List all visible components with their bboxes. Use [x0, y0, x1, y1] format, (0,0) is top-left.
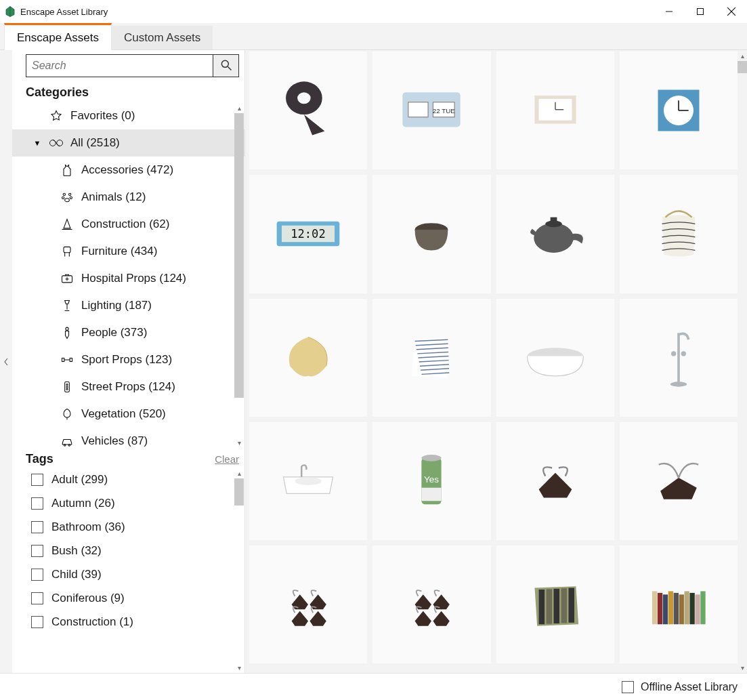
category-people[interactable]: People (373) — [12, 319, 244, 346]
category-label: Construction (62) — [81, 218, 169, 231]
scroll-up-icon[interactable]: ▴ — [234, 102, 244, 113]
asset-tile[interactable] — [372, 299, 490, 417]
disclosure-triangle-icon[interactable]: ▼ — [33, 139, 42, 147]
svg-rect-87 — [689, 593, 694, 624]
asset-tile[interactable] — [249, 422, 367, 540]
tag-checkbox[interactable] — [31, 521, 43, 533]
scroll-thumb[interactable] — [234, 113, 244, 398]
categories-scroll: Favorites (0) ▼ All (2518) Accessories (… — [12, 102, 244, 448]
tag-checkbox[interactable] — [31, 569, 43, 581]
asset-grid: 22 TUE12:02Yes — [249, 52, 738, 663]
infinity-icon — [49, 136, 64, 150]
category-sport-props[interactable]: Sport Props (123) — [12, 346, 244, 373]
category-accessories[interactable]: Accessories (472) — [12, 157, 244, 184]
svg-point-23 — [66, 327, 68, 330]
tag-bathroom[interactable]: Bathroom (36) — [12, 515, 244, 539]
category-label: Animals (12) — [81, 190, 146, 204]
category-furniture[interactable]: Furniture (434) — [12, 238, 244, 265]
asset-tile[interactable] — [496, 422, 614, 540]
asset-tile[interactable] — [620, 545, 738, 663]
asset-tile[interactable] — [372, 545, 490, 663]
hospital-icon — [60, 271, 74, 286]
clear-tags-link[interactable]: Clear — [215, 453, 239, 465]
grid-scrollbar[interactable]: ▴ ▾ — [738, 50, 747, 673]
asset-tile[interactable] — [249, 299, 367, 417]
scroll-thumb[interactable] — [234, 478, 244, 506]
tab-enscape-assets[interactable]: Enscape Assets — [4, 23, 112, 50]
category-label: Hospital Props (124) — [81, 272, 186, 285]
svg-point-72 — [422, 455, 442, 461]
svg-point-35 — [297, 92, 311, 104]
scroll-thumb[interactable] — [738, 61, 747, 73]
category-street-props[interactable]: Street Props (124) — [12, 373, 244, 400]
tag-checkbox[interactable] — [31, 616, 43, 628]
svg-rect-83 — [668, 592, 673, 625]
tag-checkbox[interactable] — [31, 497, 43, 510]
asset-tile[interactable] — [620, 175, 738, 293]
category-all[interactable]: ▼ All (2518) — [12, 129, 244, 157]
svg-rect-80 — [652, 592, 657, 625]
asset-tile[interactable] — [496, 299, 614, 417]
category-construction[interactable]: Construction (62) — [12, 211, 244, 238]
asset-tile[interactable] — [496, 545, 614, 663]
scroll-down-icon[interactable]: ▾ — [737, 662, 747, 673]
tag-child[interactable]: Child (39) — [12, 562, 244, 586]
category-vegetation[interactable]: Vegetation (520) — [12, 400, 244, 428]
tags-scrollbar[interactable]: ▴ ▾ — [234, 468, 244, 673]
tag-checkbox[interactable] — [31, 545, 43, 557]
categories-scrollbar[interactable]: ▴ ▾ — [234, 102, 244, 448]
asset-tile[interactable] — [620, 422, 738, 540]
category-label: All (2518) — [70, 136, 120, 150]
tag-coniferous[interactable]: Coniferous (9) — [12, 586, 244, 610]
asset-thumbnail — [514, 563, 597, 646]
minimize-button[interactable] — [654, 0, 685, 23]
category-label: Accessories (472) — [81, 163, 173, 177]
sidebar-collapse-handle[interactable] — [0, 50, 12, 673]
asset-tile[interactable] — [620, 52, 738, 169]
asset-tile[interactable] — [620, 299, 738, 417]
scroll-up-icon[interactable]: ▴ — [234, 468, 244, 478]
asset-tile[interactable] — [496, 52, 614, 169]
offline-library-checkbox[interactable] — [622, 681, 634, 693]
people-icon — [60, 325, 74, 340]
category-label: Favorites (0) — [70, 109, 135, 123]
tab-custom-assets[interactable]: Custom Assets — [112, 26, 213, 49]
search-input[interactable] — [26, 54, 213, 77]
asset-tile[interactable] — [249, 545, 367, 663]
svg-point-29 — [66, 386, 68, 388]
vegetation-icon — [60, 407, 74, 421]
tag-construction[interactable]: Construction (1) — [12, 610, 244, 634]
asset-thumbnail — [267, 316, 349, 399]
asset-tile[interactable]: 22 TUE — [372, 52, 490, 169]
category-hospital-props[interactable]: Hospital Props (124) — [12, 265, 244, 292]
asset-thumbnail — [390, 316, 473, 399]
scroll-up-icon[interactable]: ▴ — [737, 50, 747, 61]
category-favorites[interactable]: Favorites (0) — [12, 102, 244, 129]
asset-tile[interactable]: 12:02 — [249, 175, 367, 293]
sport-icon — [60, 352, 74, 367]
scroll-down-icon[interactable]: ▾ — [234, 437, 244, 448]
maximize-button[interactable] — [685, 0, 716, 23]
close-button[interactable] — [716, 0, 747, 23]
scroll-down-icon[interactable]: ▾ — [234, 662, 244, 673]
tag-checkbox[interactable] — [31, 592, 43, 604]
svg-rect-77 — [553, 589, 559, 623]
asset-tile[interactable] — [372, 175, 490, 293]
asset-tile[interactable]: Yes — [372, 422, 490, 540]
search-button[interactable] — [213, 54, 239, 77]
tag-adult[interactable]: Adult (299) — [12, 468, 244, 491]
app-window: Enscape Asset Library Enscape Assets Cus… — [0, 0, 747, 700]
category-animals[interactable]: Animals (12) — [12, 184, 244, 211]
tag-label: Construction (1) — [51, 615, 133, 629]
category-vehicles[interactable]: Vehicles (87) — [12, 428, 244, 448]
furniture-icon — [60, 244, 74, 259]
asset-tile[interactable] — [496, 175, 614, 293]
tag-autumn[interactable]: Autumn (26) — [12, 491, 244, 515]
asset-tile[interactable] — [249, 52, 367, 169]
svg-rect-15 — [64, 247, 70, 252]
tag-checkbox[interactable] — [31, 474, 43, 486]
category-lighting[interactable]: Lighting (187) — [12, 292, 244, 319]
asset-thumbnail: 12:02 — [267, 192, 349, 275]
tag-bush[interactable]: Bush (32) — [12, 539, 244, 562]
lighting-icon — [60, 298, 74, 313]
